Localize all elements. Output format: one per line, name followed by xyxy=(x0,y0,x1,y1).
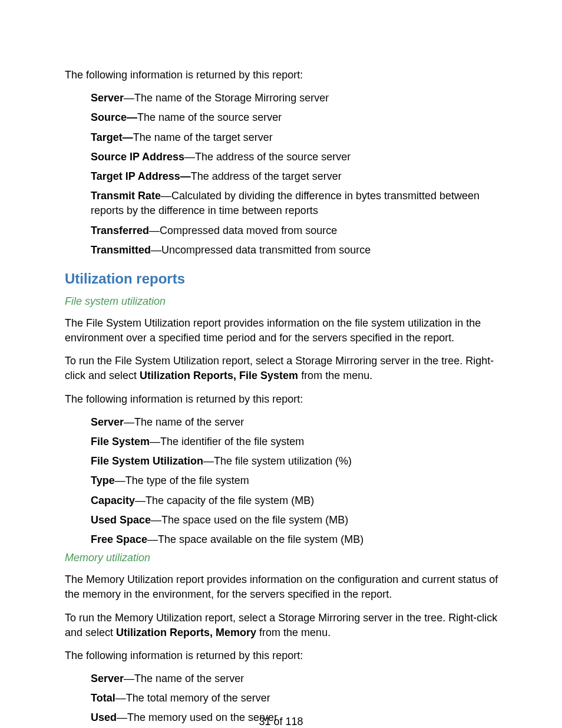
definition-description: —The identifier of the file system xyxy=(150,436,304,447)
definition-description: The name of the target server xyxy=(133,131,273,143)
definition-list-1: Server—The name of the Storage Mirroring… xyxy=(65,91,498,258)
heading-file-system-utilization: File system utilization xyxy=(65,295,498,308)
definition-term: Transmit Rate xyxy=(91,190,161,202)
definition-item: Target IP Address—The address of the tar… xyxy=(91,169,498,184)
page-container: The following information is returned by… xyxy=(0,0,562,728)
definition-item: Free Space—The space available on the fi… xyxy=(91,532,498,547)
definition-description: —The type of the file system xyxy=(115,475,249,486)
definition-term: Source IP Address xyxy=(91,151,184,163)
definition-term: Source— xyxy=(91,111,137,123)
heading-utilization-reports: Utilization reports xyxy=(65,271,498,287)
definition-description: —The address of the source server xyxy=(184,151,351,163)
definition-item: Transmitted—Uncompressed data transmitte… xyxy=(91,243,498,258)
definition-item: File System Utilization—The file system … xyxy=(91,454,498,469)
definition-term: Used Space xyxy=(91,514,151,526)
definition-description: The address of the target server xyxy=(191,170,342,182)
mem-p2-text-b: from the menu. xyxy=(256,627,330,638)
definition-item: Source—The name of the source server xyxy=(91,110,498,125)
definition-item: Target—The name of the target server xyxy=(91,130,498,145)
fs-p2-bold: Utilization Reports, File System xyxy=(140,370,298,381)
definition-item: File System—The identifier of the file s… xyxy=(91,434,498,449)
definition-term: Transmitted xyxy=(91,244,151,256)
page-number: 31 of 118 xyxy=(0,716,562,728)
mem-paragraph-3: The following information is returned by… xyxy=(65,648,498,663)
fs-paragraph-3: The following information is returned by… xyxy=(65,392,498,407)
definition-term: Server xyxy=(91,92,124,104)
definition-item: Source IP Address—The address of the sou… xyxy=(91,150,498,164)
definition-term: Transferred xyxy=(91,225,149,236)
definition-list-fs: Server—The name of the serverFile System… xyxy=(65,415,498,547)
heading-memory-utilization: Memory utilization xyxy=(65,552,498,564)
mem-paragraph-2: To run the Memory Utilization report, se… xyxy=(65,611,498,640)
mem-p2-bold: Utilization Reports, Memory xyxy=(116,627,256,638)
definition-item: Transferred—Compressed data moved from s… xyxy=(91,223,498,238)
intro-paragraph: The following information is returned by… xyxy=(65,68,498,83)
definition-description: The name of the source server xyxy=(137,111,282,123)
definition-term: Server xyxy=(91,673,124,684)
definition-term: Type xyxy=(91,475,115,486)
definition-term: File System Utilization xyxy=(91,455,203,467)
definition-term: Target IP Address— xyxy=(91,170,191,182)
fs-paragraph-1: The File System Utilization report provi… xyxy=(65,316,498,345)
definition-description: —The name of the server xyxy=(124,416,244,428)
definition-term: Free Space xyxy=(91,533,147,545)
definition-description: —The name of the Storage Mirroring serve… xyxy=(124,92,329,104)
definition-item: Capacity—The capacity of the file system… xyxy=(91,493,498,508)
definition-item: Type—The type of the file system xyxy=(91,473,498,488)
definition-description: —Compressed data moved from source xyxy=(149,225,337,236)
definition-item: Server—The name of the Storage Mirroring… xyxy=(91,91,498,106)
definition-term: Total xyxy=(91,692,115,704)
definition-term: File System xyxy=(91,436,150,447)
definition-term: Target— xyxy=(91,131,133,143)
definition-term: Capacity xyxy=(91,495,135,506)
definition-item: Total—The total memory of the server xyxy=(91,691,498,706)
definition-item: Transmit Rate—Calculated by dividing the… xyxy=(91,189,498,218)
definition-description: —The file system utilization (%) xyxy=(203,455,352,467)
fs-p2-text-b: from the menu. xyxy=(298,370,372,381)
definition-item: Used Space—The space used on the file sy… xyxy=(91,513,498,528)
definition-description: —The space used on the file system (MB) xyxy=(151,514,348,526)
definition-description: —The capacity of the file system (MB) xyxy=(135,495,314,506)
definition-description: —The total memory of the server xyxy=(115,692,270,704)
definition-description: —Uncompressed data transmitted from sour… xyxy=(151,244,371,256)
fs-paragraph-2: To run the File System Utilization repor… xyxy=(65,354,498,383)
definition-description: —The name of the server xyxy=(124,673,244,684)
definition-item: Server—The name of the server xyxy=(91,415,498,430)
mem-paragraph-1: The Memory Utilization report provides i… xyxy=(65,572,498,602)
definition-item: Server—The name of the server xyxy=(91,671,498,686)
definition-term: Server xyxy=(91,416,124,428)
definition-description: —The space available on the file system … xyxy=(147,533,363,545)
